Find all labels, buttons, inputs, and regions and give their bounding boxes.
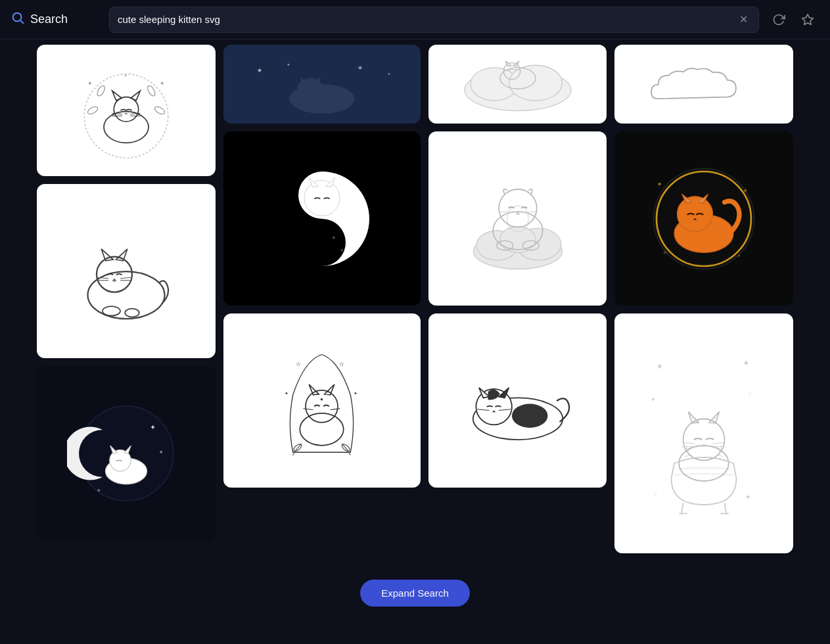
svg-text:☆: ☆	[339, 361, 344, 367]
cat-on-cloud-svg	[459, 160, 577, 278]
svg-point-68	[509, 65, 562, 101]
svg-point-29	[103, 306, 120, 315]
header: Search ✕	[0, 0, 830, 39]
column-1: ✦ ✦ ★	[37, 45, 216, 540]
svg-text:✦: ✦	[160, 80, 165, 87]
card-cat-sketch[interactable]	[37, 184, 216, 358]
sparkle-button[interactable]	[796, 8, 819, 32]
svg-line-27	[120, 277, 132, 279]
card-cat-yinyang[interactable]: ✦ ★	[223, 131, 421, 306]
header-actions	[767, 8, 819, 32]
card-cat-floral[interactable]: ☆ ☆ ✦ ✦	[223, 313, 421, 488]
svg-text:✦: ✦	[331, 234, 336, 241]
svg-marker-2	[802, 14, 814, 24]
brand-label: Search	[30, 12, 68, 26]
search-bar[interactable]: ✕	[109, 7, 759, 33]
svg-marker-11	[131, 91, 140, 100]
svg-text:★: ★	[158, 449, 162, 455]
svg-text:★: ★	[357, 64, 363, 71]
card-cat-space[interactable]: ★ ✦ ★ ✦	[223, 45, 421, 124]
svg-text:★: ★	[743, 187, 748, 193]
cat-cloud-top-svg	[446, 55, 590, 114]
svg-line-118	[683, 442, 695, 444]
expand-search-button[interactable]: Expand Search	[360, 580, 470, 607]
card-cat-moon[interactable]: ✦ ★ ✦	[37, 366, 216, 540]
svg-line-119	[713, 442, 725, 444]
card-cloud-top[interactable]	[428, 45, 607, 124]
cat-bw-svg	[452, 352, 584, 450]
svg-text:★: ★	[124, 73, 127, 78]
svg-point-5	[96, 85, 106, 97]
svg-text:✦: ✦	[87, 80, 92, 87]
svg-text:✦: ✦	[657, 179, 662, 187]
svg-text:✦: ✦	[285, 391, 288, 396]
svg-line-63	[331, 409, 340, 410]
svg-text:✦: ✦	[150, 423, 156, 431]
cat-wreath-svg: ✦ ✦ ★	[70, 58, 182, 163]
svg-point-61	[321, 398, 323, 401]
card-cat-on-cloud[interactable]	[428, 131, 607, 306]
svg-line-82	[524, 212, 537, 212]
card-cat-bw[interactable]	[428, 313, 607, 488]
svg-text:✦: ✦	[743, 358, 750, 367]
svg-marker-117	[702, 444, 705, 446]
cat-orange-svg: ✦ ★ ✦ ★	[645, 160, 763, 278]
svg-point-6	[146, 85, 156, 97]
svg-point-44	[297, 78, 323, 99]
svg-point-97	[678, 196, 713, 231]
brand-search-icon	[11, 11, 25, 28]
svg-text:★: ★	[657, 362, 663, 370]
svg-marker-59	[309, 384, 319, 395]
svg-marker-22	[101, 248, 113, 260]
svg-point-114	[683, 419, 725, 460]
cat-floral-svg: ☆ ☆ ✦ ✦	[264, 336, 379, 465]
svg-point-76	[500, 226, 536, 252]
expand-search-wrapper: Expand Search	[0, 566, 830, 633]
column-4: ✦ ★ ✦ ★ ★ ✦ ○ ✦ ○ ★	[614, 45, 793, 553]
card-cat-orange[interactable]: ✦ ★ ✦ ★	[614, 131, 793, 306]
svg-text:○: ○	[749, 390, 752, 396]
svg-point-7	[153, 105, 166, 116]
search-input[interactable]	[118, 14, 731, 25]
cat-yinyang-svg: ✦ ★	[263, 160, 381, 278]
svg-point-8	[104, 112, 149, 143]
svg-text:○: ○	[654, 490, 657, 497]
svg-text:★: ★	[340, 246, 344, 252]
svg-point-9	[114, 97, 138, 122]
card-cat-basket[interactable]: ★ ✦ ○ ✦ ○ ★	[614, 313, 793, 553]
svg-text:✦: ✦	[387, 71, 391, 77]
svg-text:✦: ✦	[651, 396, 656, 402]
svg-marker-12	[124, 112, 127, 114]
svg-point-21	[97, 256, 132, 292]
svg-marker-60	[325, 384, 334, 395]
svg-text:☆: ☆	[296, 361, 301, 367]
cat-sketch-svg	[67, 212, 185, 331]
svg-line-122	[681, 503, 683, 513]
svg-point-20	[87, 271, 164, 319]
svg-text:✦: ✦	[97, 487, 101, 493]
svg-marker-10	[112, 91, 122, 100]
results-grid: ✦ ✦ ★	[0, 39, 830, 566]
brand: Search	[11, 11, 109, 28]
svg-point-86	[511, 403, 547, 427]
card-cloud-simple[interactable]	[614, 45, 793, 124]
svg-line-123	[725, 503, 727, 513]
svg-text:✦: ✦	[287, 62, 290, 68]
svg-point-58	[306, 390, 338, 423]
cloud-simple-svg	[632, 58, 776, 110]
card-cat-wreath[interactable]: ✦ ✦ ★	[37, 45, 216, 176]
svg-text:★: ★	[662, 249, 668, 256]
svg-point-3	[84, 74, 168, 158]
svg-text:★: ★	[257, 67, 262, 74]
column-2: ★ ✦ ★ ✦	[223, 45, 421, 488]
svg-point-4	[86, 105, 99, 116]
cat-space-svg: ★ ✦ ★ ✦	[237, 55, 407, 114]
svg-point-48	[304, 180, 340, 216]
clear-search-button[interactable]: ✕	[737, 11, 750, 28]
svg-marker-24	[112, 278, 116, 280]
svg-point-30	[125, 308, 139, 317]
svg-text:✦: ✦	[354, 391, 357, 396]
svg-line-62	[304, 409, 313, 410]
svg-text:✦: ✦	[737, 252, 741, 258]
refresh-button[interactable]	[767, 8, 791, 32]
